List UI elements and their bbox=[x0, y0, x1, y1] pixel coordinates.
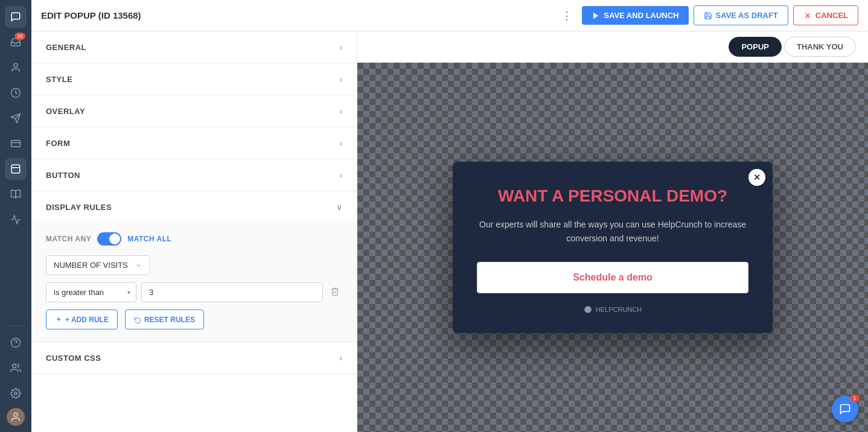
chevron-right-icon-overlay: › bbox=[339, 106, 342, 116]
preview-tabs: POPUP THANK YOU bbox=[357, 31, 868, 63]
section-overlay: OVERLAY › bbox=[31, 95, 357, 127]
inbox-badge: 36 bbox=[14, 33, 25, 40]
main-area: EDIT POPUP (ID 13568) ⋮ SAVE AND LAUNCH … bbox=[31, 0, 868, 432]
popup-branding: HELPCRUNCH bbox=[477, 305, 748, 314]
sidebar-item-knowledge[interactable] bbox=[5, 183, 27, 205]
section-button-title: BUTTON bbox=[46, 171, 80, 180]
sidebar-item-settings[interactable] bbox=[5, 383, 27, 404]
save-and-launch-button[interactable]: SAVE AND LAUNCH bbox=[582, 6, 688, 25]
section-general-title: GENERAL bbox=[46, 43, 86, 52]
sidebar-item-history[interactable] bbox=[5, 82, 27, 104]
chevron-right-icon-css: › bbox=[339, 353, 342, 363]
svg-point-0 bbox=[14, 63, 18, 67]
section-form-header[interactable]: FORM › bbox=[31, 127, 357, 159]
section-overlay-header[interactable]: OVERLAY › bbox=[31, 95, 357, 127]
add-rule-icon: ＋ bbox=[55, 314, 62, 325]
section-form: FORM › bbox=[31, 127, 357, 159]
sidebar-item-contacts[interactable] bbox=[5, 57, 27, 78]
branding-label: HELPCRUNCH bbox=[596, 306, 642, 313]
popup-title: WANT A PERSONAL DEMO? bbox=[477, 186, 748, 206]
save-as-draft-button[interactable]: SAVE AS DRAFT bbox=[694, 5, 788, 25]
sidebar-item-campaigns[interactable] bbox=[5, 107, 27, 129]
chevron-right-icon-button: › bbox=[339, 170, 342, 180]
match-any-label: MATCH ANY bbox=[46, 235, 91, 243]
chevron-down-icon-display-rules: ∨ bbox=[336, 202, 342, 212]
topbar: EDIT POPUP (ID 13568) ⋮ SAVE AND LAUNCH … bbox=[31, 0, 868, 31]
section-custom-css-header[interactable]: CUSTOM CSS › bbox=[31, 342, 357, 373]
match-toggle[interactable] bbox=[97, 232, 121, 246]
condition-select-wrapper: is greater than is less than equals is n… bbox=[46, 282, 136, 302]
popup-close-button[interactable]: ✕ bbox=[748, 169, 765, 186]
reset-rules-button[interactable]: RESET RULES bbox=[125, 310, 204, 329]
condition-value-input[interactable] bbox=[141, 282, 323, 302]
svg-rect-4 bbox=[11, 141, 21, 147]
chevron-right-icon-form: › bbox=[339, 138, 342, 148]
match-all-label: MATCH ALL bbox=[127, 235, 171, 243]
chevron-right-icon: › bbox=[339, 42, 342, 52]
sidebar-item-chat[interactable] bbox=[5, 6, 27, 28]
svg-point-10 bbox=[13, 364, 16, 367]
section-display-rules-title: DISPLAY RULES bbox=[46, 203, 112, 212]
sidebar-item-popup[interactable] bbox=[5, 158, 27, 180]
section-style: STYLE › bbox=[31, 63, 357, 95]
right-preview: POPUP THANK YOU ✕ WANT A PERSONAL DEMO? … bbox=[357, 31, 868, 432]
section-display-rules: DISPLAY RULES ∨ MATCH ANY MATCH ALL NUMB… bbox=[31, 191, 357, 342]
svg-point-16 bbox=[584, 306, 592, 313]
sidebar-item-billing[interactable] bbox=[5, 133, 27, 154]
tab-popup[interactable]: POPUP bbox=[729, 37, 782, 57]
page-title: EDIT POPUP (ID 13568) bbox=[41, 10, 549, 21]
rule-actions: ＋ + ADD RULE RESET RULES bbox=[46, 310, 342, 329]
cancel-button[interactable]: CANCEL bbox=[793, 5, 858, 25]
section-form-title: FORM bbox=[46, 139, 70, 148]
section-general: GENERAL › bbox=[31, 31, 357, 63]
add-rule-button[interactable]: ＋ + ADD RULE bbox=[46, 310, 118, 329]
display-rules-content: MATCH ANY MATCH ALL NUMBER OF VISITS bbox=[31, 223, 357, 341]
sidebar-divider bbox=[7, 325, 25, 326]
preview-canvas: ✕ WANT A PERSONAL DEMO? Our experts will… bbox=[357, 63, 868, 432]
svg-point-12 bbox=[14, 413, 18, 416]
section-general-header[interactable]: GENERAL › bbox=[31, 31, 357, 63]
section-custom-css: CUSTOM CSS › bbox=[31, 342, 357, 374]
section-overlay-title: OVERLAY bbox=[46, 107, 85, 116]
chat-widget-badge: 1 bbox=[850, 395, 860, 402]
rule-type-row: NUMBER OF VISITS bbox=[46, 255, 342, 275]
svg-marker-13 bbox=[593, 12, 598, 19]
body-area: GENERAL › STYLE › OVERLAY › bbox=[31, 31, 868, 432]
user-avatar[interactable] bbox=[7, 408, 25, 426]
svg-point-11 bbox=[14, 392, 18, 395]
section-style-title: STYLE bbox=[46, 75, 72, 84]
rule-type-label: NUMBER OF VISITS bbox=[54, 261, 128, 270]
svg-rect-6 bbox=[11, 165, 20, 173]
section-button-header[interactable]: BUTTON › bbox=[31, 159, 357, 191]
left-panel: GENERAL › STYLE › OVERLAY › bbox=[31, 31, 357, 432]
rule-type-select[interactable]: NUMBER OF VISITS bbox=[46, 255, 150, 275]
match-toggle-row: MATCH ANY MATCH ALL bbox=[46, 232, 342, 246]
tab-thank-you[interactable]: THANK YOU bbox=[784, 37, 856, 57]
sidebar-item-help[interactable] bbox=[5, 332, 27, 354]
sidebar: 36 bbox=[0, 0, 31, 432]
section-style-header[interactable]: STYLE › bbox=[31, 63, 357, 95]
condition-select[interactable]: is greater than is less than equals is n… bbox=[46, 282, 136, 302]
sidebar-item-team[interactable] bbox=[5, 357, 27, 379]
section-custom-css-title: CUSTOM CSS bbox=[46, 354, 101, 363]
sidebar-item-inbox[interactable]: 36 bbox=[5, 31, 27, 53]
popup-description: Our experts will share all the ways you … bbox=[477, 218, 748, 245]
section-button: BUTTON › bbox=[31, 159, 357, 191]
more-options-button[interactable]: ⋮ bbox=[557, 7, 577, 25]
delete-rule-button[interactable] bbox=[328, 284, 342, 301]
section-display-rules-header[interactable]: DISPLAY RULES ∨ bbox=[31, 191, 357, 223]
topbar-actions: ⋮ SAVE AND LAUNCH SAVE AS DRAFT CANCEL bbox=[557, 5, 858, 25]
chevron-right-icon-style: › bbox=[339, 74, 342, 84]
popup-cta-button[interactable]: Schedule a demo bbox=[477, 262, 748, 293]
popup-preview-card: ✕ WANT A PERSONAL DEMO? Our experts will… bbox=[453, 162, 773, 333]
rule-condition-row: is greater than is less than equals is n… bbox=[46, 282, 342, 302]
chat-widget-button[interactable]: 1 bbox=[832, 396, 858, 422]
sidebar-item-analytics[interactable] bbox=[5, 209, 27, 230]
